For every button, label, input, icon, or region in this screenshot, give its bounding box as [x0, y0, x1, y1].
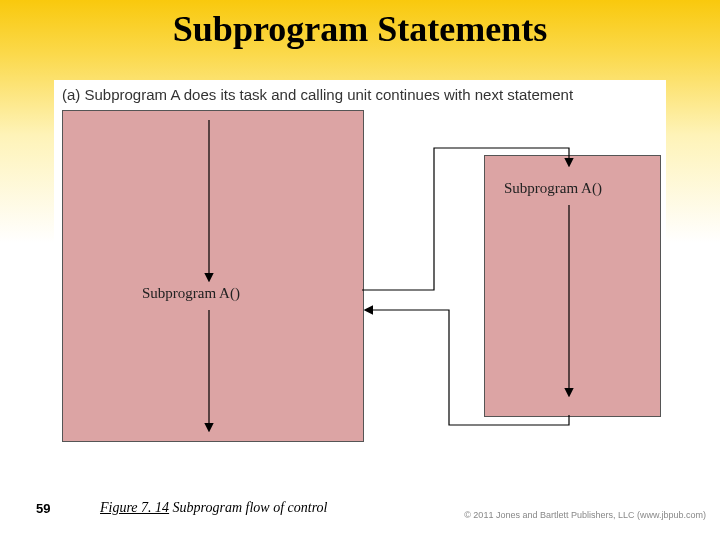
slide: Subprogram Statements (a) Subprogram A d…	[0, 0, 720, 540]
slide-title: Subprogram Statements	[0, 8, 720, 50]
figure-caption: Figure 7. 14 Subprogram flow of control	[100, 500, 328, 516]
figure-number: Figure 7. 14	[100, 500, 169, 515]
figure-panel: (a) Subprogram A does its task and calli…	[54, 80, 666, 450]
flow-arrows	[54, 80, 666, 450]
copyright-text: © 2011 Jones and Bartlett Publishers, LL…	[464, 510, 706, 520]
page-number: 59	[36, 501, 50, 516]
figure-title: Subprogram flow of control	[169, 500, 327, 515]
